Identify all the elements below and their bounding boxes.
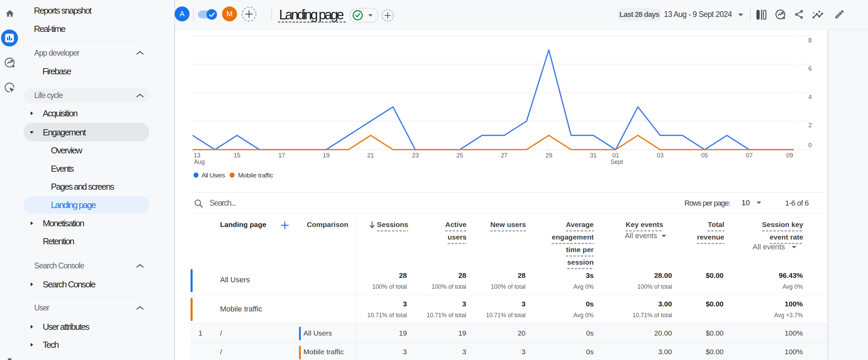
svg-text:Aug: Aug xyxy=(194,158,205,165)
svg-text:09: 09 xyxy=(786,152,793,159)
svg-text:19: 19 xyxy=(323,152,330,159)
svg-text:8: 8 xyxy=(808,37,812,44)
svg-text:25: 25 xyxy=(456,152,463,159)
svg-text:All Users: All Users xyxy=(202,172,225,179)
svg-text:23: 23 xyxy=(412,152,419,159)
svg-text:13: 13 xyxy=(194,152,200,159)
svg-text:2: 2 xyxy=(808,122,812,129)
svg-text:4: 4 xyxy=(808,94,812,100)
svg-text:15: 15 xyxy=(234,152,240,159)
svg-text:03: 03 xyxy=(657,152,664,159)
svg-text:01: 01 xyxy=(612,152,619,159)
svg-text:0: 0 xyxy=(808,142,812,149)
svg-text:27: 27 xyxy=(501,152,508,159)
svg-text:05: 05 xyxy=(701,152,708,159)
svg-text:Mobile traffic: Mobile traffic xyxy=(238,172,273,179)
svg-text:31: 31 xyxy=(590,152,597,159)
svg-text:07: 07 xyxy=(746,152,753,159)
svg-text:17: 17 xyxy=(278,152,285,159)
svg-text:29: 29 xyxy=(546,152,552,159)
svg-text:6: 6 xyxy=(808,65,812,72)
svg-text:21: 21 xyxy=(367,152,374,159)
svg-text:Sept: Sept xyxy=(610,158,623,165)
